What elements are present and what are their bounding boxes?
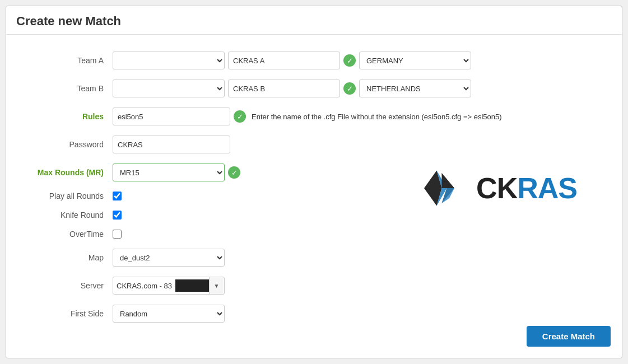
overtime-row: OverTime: [23, 230, 605, 239]
team-a-row: Team A ✓ GERMANY: [23, 52, 605, 69]
server-dropdown-btn[interactable]: ▼: [209, 277, 224, 295]
rules-hint: Enter the name of the .cfg File without …: [252, 113, 502, 121]
ckras-logo-icon: [419, 163, 469, 213]
first-side-row: First Side Random CT T: [23, 305, 605, 323]
team-a-select[interactable]: [113, 52, 225, 69]
password-input[interactable]: [113, 136, 230, 153]
team-a-check-icon: ✓: [343, 54, 356, 67]
map-select[interactable]: de_dust2 de_inferno de_mirage de_nuke: [113, 249, 225, 267]
main-container: Create new Match Team A ✓ GERMANY Team B: [6, 6, 622, 358]
first-side-controls: Random CT T: [113, 305, 225, 323]
overtime-checkbox[interactable]: [113, 230, 122, 239]
team-b-name-input[interactable]: [228, 80, 340, 97]
server-label: Server: [23, 281, 113, 290]
create-match-button[interactable]: Create Match: [527, 326, 611, 347]
play-all-rounds-checkbox[interactable]: [113, 192, 122, 200]
page-header: Create new Match: [6, 6, 622, 35]
knife-round-checkbox[interactable]: [113, 211, 122, 220]
map-controls: de_dust2 de_inferno de_mirage de_nuke: [113, 249, 225, 267]
server-controls: CKRAS.com - 83 ▼: [113, 277, 225, 295]
team-b-check-icon: ✓: [343, 82, 356, 95]
play-all-rounds-controls: [113, 192, 122, 200]
server-redacted: [175, 279, 209, 292]
max-rounds-controls: MR15 MR12 MR20 ✓: [113, 164, 240, 181]
rules-check-icon: ✓: [234, 110, 246, 123]
play-all-rounds-label: Play all Rounds: [23, 192, 113, 200]
map-row: Map de_dust2 de_inferno de_mirage de_nuk…: [23, 249, 605, 267]
team-b-select[interactable]: [113, 80, 225, 97]
page-title: Create new Match: [16, 14, 612, 29]
server-input-group[interactable]: CKRAS.com - 83 ▼: [113, 277, 225, 295]
team-a-country-select[interactable]: GERMANY: [359, 52, 471, 69]
knife-round-label: Knife Round: [23, 211, 113, 220]
overtime-label: OverTime: [23, 230, 113, 239]
rules-label: Rules: [23, 112, 113, 121]
team-b-country-select[interactable]: NETHERLANDS: [359, 80, 471, 97]
server-row: Server CKRAS.com - 83 ▼: [23, 277, 605, 295]
team-b-controls: ✓ NETHERLANDS: [113, 80, 471, 97]
max-rounds-select[interactable]: MR15 MR12 MR20: [113, 164, 225, 181]
team-a-controls: ✓ GERMANY: [113, 52, 471, 69]
max-rounds-label: Max Rounds (MR): [23, 168, 113, 177]
logo-text: CKRAS: [476, 171, 577, 205]
rules-input[interactable]: [113, 108, 230, 125]
first-side-select[interactable]: Random CT T: [113, 305, 225, 323]
password-row: Password: [23, 136, 605, 153]
password-label: Password: [23, 140, 113, 149]
team-a-label: Team A: [23, 56, 113, 65]
rules-controls: ✓ Enter the name of the .cfg File withou…: [113, 108, 502, 125]
first-side-label: First Side: [23, 309, 113, 318]
server-text: CKRAS.com - 83: [113, 282, 175, 290]
footer-area: Create Match: [527, 326, 611, 347]
team-b-label: Team B: [23, 84, 113, 93]
knife-round-controls: [113, 211, 122, 220]
team-a-name-input[interactable]: [228, 52, 340, 69]
overtime-controls: [113, 230, 122, 239]
max-rounds-check-icon: ✓: [228, 166, 240, 179]
logo-area: CKRAS: [419, 163, 577, 213]
password-controls: [113, 136, 230, 153]
rules-row: Rules ✓ Enter the name of the .cfg File …: [23, 108, 605, 125]
team-b-row: Team B ✓ NETHERLANDS: [23, 80, 605, 97]
map-label: Map: [23, 253, 113, 262]
